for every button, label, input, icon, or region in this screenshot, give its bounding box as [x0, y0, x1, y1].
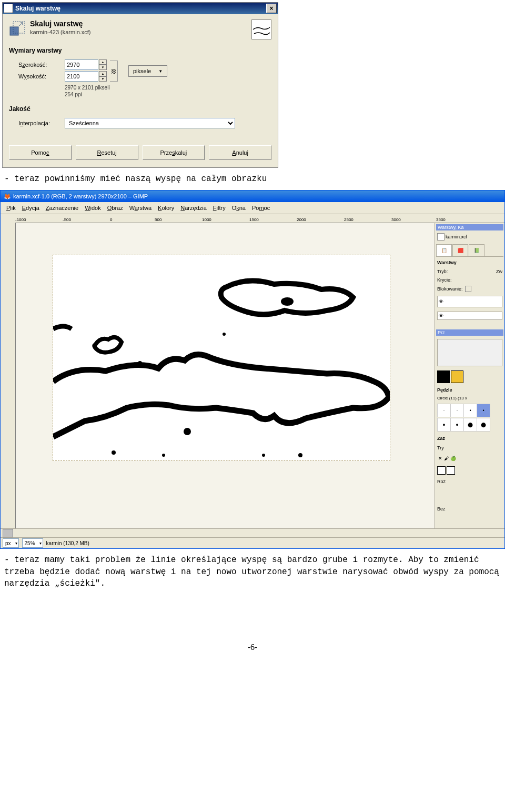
mini-fg[interactable] [437, 466, 446, 475]
section-dimensions: Wymiary warstwy [9, 47, 271, 54]
ruler-horizontal: -1000 -500 0 500 1000 1500 2000 2500 300… [15, 214, 504, 223]
height-spinner[interactable]: ▲▼ [99, 71, 107, 82]
scale-button[interactable]: Przeskaluj [143, 145, 205, 160]
menu-windows[interactable]: Okna [229, 204, 248, 212]
svg-point-8 [298, 453, 302, 457]
layer-item[interactable]: 👁 [437, 312, 502, 320]
menubar: Plik Edycja Zaznaczenie Widok Obraz Wars… [1, 202, 504, 214]
svg-rect-0 [10, 27, 18, 35]
brushes-heading: Pędzle [436, 386, 503, 394]
menu-layer[interactable]: Warstwa [127, 204, 154, 212]
opacity-row[interactable]: Krycie: [436, 277, 503, 283]
height-input[interactable] [65, 71, 98, 82]
chain-link-icon[interactable]: ⛓ [110, 61, 118, 82]
bez-label: Bez [436, 505, 503, 513]
zaz-heading: Zaz [436, 435, 503, 442]
section-quality: Jakość [9, 105, 271, 113]
unit-selector[interactable]: piksele▼ [128, 65, 167, 77]
menu-file[interactable]: Plik [4, 204, 18, 212]
tab-paths[interactable]: 📗 [469, 244, 484, 256]
unit-combo[interactable]: px [3, 538, 19, 548]
width-input[interactable] [65, 59, 98, 70]
layer-preview [251, 19, 271, 39]
scale-icon [9, 19, 26, 36]
scrollbar-horizontal[interactable] [1, 528, 504, 537]
canvas[interactable] [53, 255, 390, 461]
lock-row[interactable]: Blokowanie: [436, 285, 503, 293]
width-spinner[interactable]: ▲▼ [99, 59, 107, 70]
ruler-vertical [7, 223, 16, 528]
try-label: Try [436, 444, 503, 452]
menu-view[interactable]: Widok [82, 204, 104, 212]
menu-select[interactable]: Zaznaczenie [43, 204, 81, 212]
interpolation-label: Interpolacja: [9, 120, 65, 126]
dock-layers-title[interactable]: Warstwy, Ka [436, 224, 503, 230]
layer-item[interactable]: 👁 [437, 296, 502, 307]
height-label: Wysokość: [9, 73, 65, 79]
page-number: -6- [0, 643, 505, 652]
tutorial-text-1: - teraz powinniśmy mieć naszą wyspę na c… [4, 173, 501, 185]
svg-point-5 [223, 333, 226, 336]
dialog-titlebar[interactable]: ◧ Skaluj warstwę × [3, 3, 278, 14]
roz-label: Roz [436, 478, 503, 485]
menu-filters[interactable]: Filtry [210, 204, 228, 212]
menu-colors[interactable]: Kolory [155, 204, 177, 212]
svg-point-2 [281, 297, 294, 306]
app-icon: ◧ [4, 4, 13, 13]
close-icon[interactable]: × [266, 4, 277, 13]
mini-bg[interactable] [447, 466, 455, 475]
menu-image[interactable]: Obraz [105, 204, 126, 212]
status-info: karmin (130,2 MB) [46, 540, 89, 546]
dialog-heading: Skaluj warstwę [30, 19, 247, 28]
svg-point-6 [112, 450, 116, 455]
tool-row[interactable]: ✕🖌🍏 [436, 454, 503, 463]
chevron-down-icon: ▼ [158, 69, 163, 74]
menu-edit[interactable]: Edycja [19, 204, 42, 212]
statusbar: px 25% karmin (130,2 MB) [1, 537, 504, 548]
bg-swatch[interactable] [451, 370, 463, 383]
gimp-window: 🦊 karmin.xcf-1.0 (RGB, 2 warstwy) 2970x2… [0, 190, 505, 549]
fg-swatch[interactable] [437, 370, 450, 383]
tab-layers[interactable]: 📋 [436, 244, 452, 256]
svg-point-7 [162, 454, 165, 457]
menu-tools[interactable]: Narzędzia [178, 204, 209, 212]
file-selector[interactable]: karmin.xcf [436, 233, 503, 241]
window-title: Skaluj warstwę [15, 5, 60, 12]
svg-point-4 [138, 361, 142, 365]
cancel-button[interactable]: Anuluj [209, 145, 271, 160]
zoom-combo[interactable]: 25% [22, 538, 43, 548]
interpolation-select[interactable]: Sześcienna [65, 118, 235, 128]
svg-point-3 [184, 428, 191, 435]
help-button[interactable]: Pomoc [9, 145, 72, 160]
menu-help[interactable]: Pomoc [249, 204, 272, 212]
layers-heading: Warstwy [436, 259, 503, 266]
brush-grid[interactable]: ··•• ●●⬤⬤ [436, 403, 503, 433]
right-docks: Warstwy, Ka karmin.xcf 📋 🟥 📗 Warstwy Try… [435, 223, 504, 528]
dialog-subheading: karmin-423 (karmin.xcf) [30, 29, 247, 35]
dock-tabs: 📋 🟥 📗 [436, 243, 503, 257]
color-swatches[interactable] [436, 369, 503, 384]
dialog-content: Skaluj warstwę karmin-423 (karmin.xcf) W… [3, 14, 278, 167]
brush-name: Circle (11) (13 x [436, 396, 503, 400]
reset-button[interactable]: Resetuj [76, 145, 138, 160]
gimp-icon: 🦊 [4, 193, 11, 200]
gimp-title-text: karmin.xcf-1.0 (RGB, 2 warstwy) 2970x210… [13, 193, 148, 199]
canvas-area[interactable] [16, 223, 435, 528]
gimp-titlebar[interactable]: 🦊 karmin.xcf-1.0 (RGB, 2 warstwy) 2970x2… [1, 191, 504, 202]
size-info: 2970 x 2101 pikseli 254 ppi [65, 84, 271, 98]
tab-channels[interactable]: 🟥 [452, 244, 468, 256]
svg-point-9 [262, 454, 265, 457]
width-label: Szerokość: [9, 62, 65, 68]
dock-prz-title[interactable]: Prz [436, 329, 503, 336]
preview-box [437, 339, 502, 366]
mode-row[interactable]: Tryb:Zw [436, 268, 503, 275]
tutorial-text-2: - teraz mamy taki problem że linie okreś… [4, 554, 501, 589]
scale-layer-dialog: ◧ Skaluj warstwę × Skaluj warstwę karmin… [2, 2, 278, 168]
